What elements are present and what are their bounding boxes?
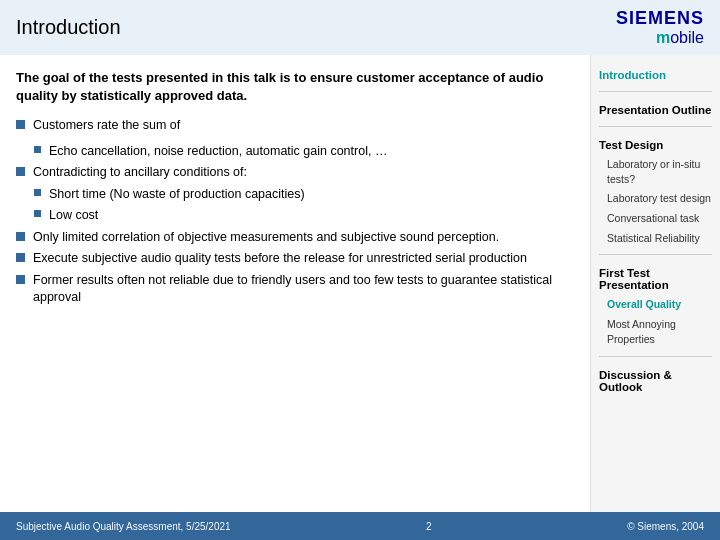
content-area: The goal of the tests presented in this … bbox=[0, 55, 720, 512]
sub-item-2-2: Low cost bbox=[16, 207, 574, 225]
sidebar-section-firsttest[interactable]: First Test Presentation bbox=[599, 267, 712, 291]
bullet-icon-4 bbox=[16, 253, 25, 262]
main-content: The goal of the tests presented in this … bbox=[0, 55, 590, 512]
footer-copyright: © Siemens, 2004 bbox=[627, 521, 704, 532]
bullet-icon-1 bbox=[16, 120, 25, 129]
bullet-item-1: Customers rate the sum of bbox=[16, 117, 574, 135]
bullet-icon-5 bbox=[16, 275, 25, 284]
sidebar-sub-firsttest-1[interactable]: Overall Quality bbox=[599, 297, 712, 312]
bullet-item-4: Execute subjective audio quality tests b… bbox=[16, 250, 574, 268]
sidebar-sub-testdesign-2[interactable]: Laboratory test design bbox=[599, 191, 712, 206]
sidebar-sub-firsttest-2[interactable]: Most Annoying Properties bbox=[599, 317, 712, 346]
bullet-icon-2 bbox=[16, 167, 25, 176]
header: Introduction SIEMENS mobile bbox=[0, 0, 720, 55]
sidebar-divider-4 bbox=[599, 356, 712, 357]
page: Introduction SIEMENS mobile The goal of … bbox=[0, 0, 720, 540]
sub-bullet-icon-1-1 bbox=[34, 146, 41, 153]
sidebar-divider-3 bbox=[599, 254, 712, 255]
sidebar-sub-testdesign-3[interactable]: Conversational task bbox=[599, 211, 712, 226]
page-title: Introduction bbox=[16, 16, 121, 39]
sidebar-section-presentation[interactable]: Presentation Outline bbox=[599, 104, 712, 116]
footer-page: 2 bbox=[426, 521, 432, 532]
sub-bullet-icon-2-2 bbox=[34, 210, 41, 217]
sidebar-divider-2 bbox=[599, 126, 712, 127]
sidebar-divider-1 bbox=[599, 91, 712, 92]
footer-left: Subjective Audio Quality Assessment, 5/2… bbox=[16, 521, 231, 532]
sidebar: Introduction Presentation Outline Test D… bbox=[590, 55, 720, 512]
footer: Subjective Audio Quality Assessment, 5/2… bbox=[0, 512, 720, 540]
bullet-text-2: Contradicting to ancillary conditions of… bbox=[33, 164, 247, 182]
sub-item-1-1: Echo cancellation, noise reduction, auto… bbox=[16, 143, 574, 161]
siemens-brand: SIEMENS bbox=[616, 8, 704, 29]
sub-item-2-1: Short time (No waste of production capac… bbox=[16, 186, 574, 204]
bullet-text-4: Execute subjective audio quality tests b… bbox=[33, 250, 527, 268]
bullet-item-5: Former results often not reliable due to… bbox=[16, 272, 574, 307]
siemens-logo: SIEMENS mobile bbox=[616, 8, 704, 47]
bullet-item-2: Contradicting to ancillary conditions of… bbox=[16, 164, 574, 182]
sidebar-section-introduction[interactable]: Introduction bbox=[599, 69, 712, 81]
sub-bullet-text-1-1: Echo cancellation, noise reduction, auto… bbox=[49, 143, 387, 161]
sub-bullet-text-2-2: Low cost bbox=[49, 207, 98, 225]
bullet-text-5: Former results often not reliable due to… bbox=[33, 272, 574, 307]
sidebar-section-discussion[interactable]: Discussion & Outlook bbox=[599, 369, 712, 393]
siemens-mobile: mobile bbox=[656, 29, 704, 47]
sidebar-sub-testdesign-4[interactable]: Statistical Reliability bbox=[599, 231, 712, 246]
bullet-icon-3 bbox=[16, 232, 25, 241]
sub-bullet-icon-2-1 bbox=[34, 189, 41, 196]
bullet-text-3: Only limited correlation of objective me… bbox=[33, 229, 499, 247]
sidebar-section-testdesign[interactable]: Test Design bbox=[599, 139, 712, 151]
intro-paragraph: The goal of the tests presented in this … bbox=[16, 69, 574, 105]
bullet-text-1: Customers rate the sum of bbox=[33, 117, 180, 135]
bullet-item-3: Only limited correlation of objective me… bbox=[16, 229, 574, 247]
siemens-m: m bbox=[656, 29, 670, 46]
sidebar-sub-testdesign-1[interactable]: Laboratory or in-situ tests? bbox=[599, 157, 712, 186]
sub-bullet-text-2-1: Short time (No waste of production capac… bbox=[49, 186, 305, 204]
